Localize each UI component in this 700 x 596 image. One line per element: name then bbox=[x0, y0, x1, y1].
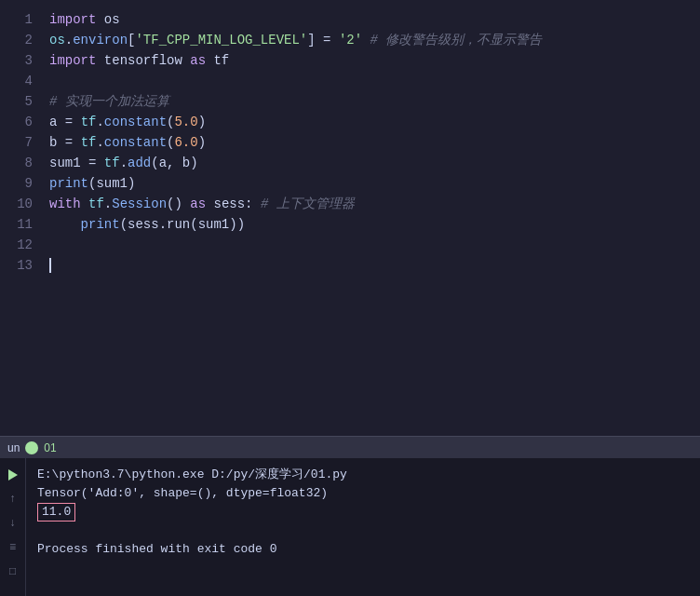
code-content[interactable]: import os os.environ['TF_CPP_MIN_LOG_LEV… bbox=[42, 0, 700, 436]
line-num-5: 5 bbox=[0, 91, 33, 112]
line-numbers: 1 2 3 4 5 6 7 8 9 10 11 12 13 bbox=[0, 0, 42, 436]
line-num-12: 12 bbox=[0, 235, 33, 255]
code-line-6: a = tf.constant(5.0) bbox=[49, 112, 693, 132]
code-line-13 bbox=[49, 255, 693, 276]
line-num-4: 4 bbox=[0, 71, 33, 91]
line-num-6: 6 bbox=[0, 112, 33, 132]
play-icon bbox=[8, 469, 18, 481]
code-line-5: # 实现一个加法运算 bbox=[49, 91, 693, 112]
code-line-9: print(sum1) bbox=[49, 173, 693, 194]
code-line-1: import os bbox=[49, 9, 693, 30]
line-num-8: 8 bbox=[0, 153, 33, 173]
line-num-10: 10 bbox=[0, 194, 33, 214]
output-content: E:\python3.7\python.exe D:/py/深度学习/01.py… bbox=[26, 458, 700, 596]
line-num-7: 7 bbox=[0, 132, 33, 153]
code-line-12 bbox=[49, 235, 693, 255]
code-line-8: sum1 = tf.add(a, b) bbox=[49, 153, 693, 173]
scroll-down-button[interactable]: ↓ bbox=[4, 514, 22, 533]
code-line-4 bbox=[49, 71, 693, 91]
output-sidebar: ↑ ↓ ≡ □ bbox=[0, 458, 26, 596]
run-status-icon bbox=[25, 441, 38, 454]
output-line-5: Process finished with exit code 0 bbox=[37, 540, 689, 559]
scroll-up-button[interactable]: ↑ bbox=[4, 490, 22, 508]
list-button[interactable]: ≡ bbox=[4, 538, 22, 557]
highlighted-output: 11.0 bbox=[37, 503, 75, 522]
line-num-1: 1 bbox=[0, 9, 33, 30]
code-line-10: with tf.Session() as sess: # 上下文管理器 bbox=[49, 194, 693, 214]
line-num-2: 2 bbox=[0, 30, 33, 50]
output-line-3: 11.0 bbox=[37, 503, 689, 522]
run-number: 01 bbox=[44, 441, 56, 454]
code-line-7: b = tf.constant(6.0) bbox=[49, 132, 693, 153]
play-button[interactable] bbox=[4, 466, 22, 484]
run-label: un bbox=[7, 441, 20, 454]
output-line-1: E:\python3.7\python.exe D:/py/深度学习/01.py bbox=[37, 466, 689, 484]
line-num-13: 13 bbox=[0, 255, 33, 276]
output-panel: ↑ ↓ ≡ □ E:\python3.7\python.exe D:/py/深度… bbox=[0, 458, 700, 596]
code-line-11: print(sess.run(sum1)) bbox=[49, 214, 693, 235]
line-num-9: 9 bbox=[0, 173, 33, 194]
code-line-3: import tensorflow as tf bbox=[49, 50, 693, 71]
code-line-2: os.environ['TF_CPP_MIN_LOG_LEVEL'] = '2'… bbox=[49, 30, 693, 50]
line-num-11: 11 bbox=[0, 214, 33, 235]
editor-area: 1 2 3 4 5 6 7 8 9 10 11 12 13 import os … bbox=[0, 0, 700, 436]
run-bar: un 01 bbox=[0, 436, 700, 458]
output-line-2: Tensor('Add:0', shape=(), dtype=float32) bbox=[37, 484, 689, 503]
output-line-4 bbox=[37, 522, 689, 540]
stop-button[interactable]: □ bbox=[4, 562, 22, 581]
line-num-3: 3 bbox=[0, 50, 33, 71]
